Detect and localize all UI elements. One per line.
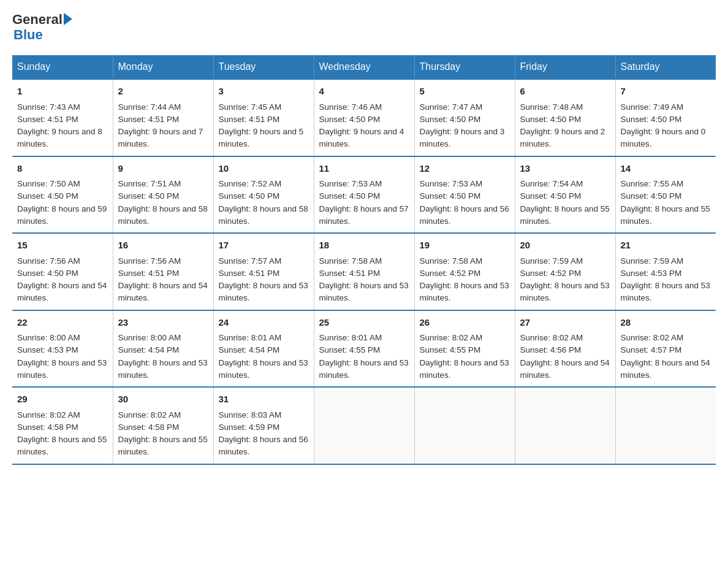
sunset-label: Sunset: 4:50 PM: [420, 191, 481, 201]
sunrise-label: Sunrise: 7:48 AM: [520, 102, 583, 112]
daylight-label: Daylight: 9 hours and 3 minutes.: [420, 127, 505, 148]
calendar-cell: 5 Sunrise: 7:47 AM Sunset: 4:50 PM Dayli…: [414, 79, 515, 156]
calendar-cell: [615, 387, 716, 464]
daylight-label: Daylight: 8 hours and 53 minutes.: [621, 281, 710, 302]
sunrise-label: Sunrise: 8:01 AM: [319, 333, 382, 342]
calendar-cell: 7 Sunrise: 7:49 AM Sunset: 4:50 PM Dayli…: [615, 79, 716, 156]
sunset-label: Sunset: 4:57 PM: [621, 345, 682, 354]
day-number: 5: [420, 85, 510, 99]
sunset-label: Sunset: 4:59 PM: [219, 423, 280, 432]
sunrise-label: Sunrise: 8:03 AM: [219, 410, 282, 419]
calendar-cell: [414, 387, 515, 464]
daylight-label: Daylight: 8 hours and 53 minutes.: [219, 358, 308, 380]
sunset-label: Sunset: 4:54 PM: [219, 345, 280, 354]
sunset-label: Sunset: 4:51 PM: [17, 115, 78, 124]
sunset-label: Sunset: 4:58 PM: [17, 423, 78, 432]
day-number: 29: [17, 393, 108, 407]
sunrise-label: Sunrise: 8:02 AM: [17, 410, 80, 419]
week-row-1: 1 Sunrise: 7:43 AM Sunset: 4:51 PM Dayli…: [12, 79, 716, 156]
calendar-cell: 2 Sunrise: 7:44 AM Sunset: 4:51 PM Dayli…: [113, 79, 213, 156]
sunset-label: Sunset: 4:50 PM: [319, 115, 381, 124]
sunrise-label: Sunrise: 7:43 AM: [17, 102, 80, 112]
daylight-label: Daylight: 8 hours and 53 minutes.: [420, 281, 509, 302]
sunrise-label: Sunrise: 8:02 AM: [520, 333, 583, 342]
day-number: 27: [520, 316, 610, 330]
weekday-row: SundayMondayTuesdayWednesdayThursdayFrid…: [12, 55, 716, 79]
calendar-cell: 21 Sunrise: 7:59 AM Sunset: 4:53 PM Dayl…: [615, 233, 716, 310]
sunrise-label: Sunrise: 7:52 AM: [219, 179, 282, 188]
sunrise-label: Sunrise: 7:59 AM: [621, 256, 684, 266]
calendar-cell: [515, 387, 615, 464]
weekday-monday: Monday: [113, 55, 213, 79]
week-row-5: 29 Sunrise: 8:02 AM Sunset: 4:58 PM Dayl…: [12, 387, 716, 464]
calendar-body: 1 Sunrise: 7:43 AM Sunset: 4:51 PM Dayli…: [12, 79, 716, 464]
weekday-saturday: Saturday: [615, 55, 716, 79]
calendar-cell: [314, 387, 414, 464]
day-number: 21: [621, 239, 711, 253]
day-number: 17: [219, 239, 309, 253]
daylight-label: Daylight: 8 hours and 54 minutes.: [520, 358, 610, 380]
daylight-label: Daylight: 8 hours and 55 minutes.: [621, 204, 710, 226]
daylight-label: Daylight: 8 hours and 53 minutes.: [420, 358, 509, 380]
sunset-label: Sunset: 4:51 PM: [319, 269, 381, 278]
day-number: 28: [621, 316, 711, 330]
daylight-label: Daylight: 9 hours and 0 minutes.: [621, 127, 706, 148]
day-number: 23: [118, 316, 208, 330]
logo-arrow-icon: [64, 13, 72, 25]
daylight-label: Daylight: 9 hours and 8 minutes.: [17, 127, 102, 148]
day-number: 25: [319, 316, 409, 330]
day-number: 1: [17, 85, 108, 99]
sunset-label: Sunset: 4:51 PM: [118, 115, 180, 124]
sunset-label: Sunset: 4:50 PM: [219, 191, 280, 201]
sunset-label: Sunset: 4:56 PM: [520, 345, 582, 354]
day-number: 13: [520, 162, 610, 176]
sunrise-label: Sunrise: 7:58 AM: [319, 256, 382, 266]
daylight-label: Daylight: 9 hours and 5 minutes.: [219, 127, 304, 148]
day-number: 15: [17, 239, 108, 253]
sunrise-label: Sunrise: 7:53 AM: [319, 179, 382, 188]
weekday-sunday: Sunday: [12, 55, 113, 79]
day-number: 31: [219, 393, 309, 407]
sunrise-label: Sunrise: 8:00 AM: [118, 333, 181, 342]
calendar-cell: 17 Sunrise: 7:57 AM Sunset: 4:51 PM Dayl…: [213, 233, 314, 310]
day-number: 4: [319, 85, 409, 99]
daylight-label: Daylight: 8 hours and 58 minutes.: [219, 204, 308, 226]
calendar-cell: 22 Sunrise: 8:00 AM Sunset: 4:53 PM Dayl…: [12, 310, 113, 388]
sunrise-label: Sunrise: 7:44 AM: [118, 102, 181, 112]
sunrise-label: Sunrise: 7:45 AM: [219, 102, 282, 112]
calendar-cell: 9 Sunrise: 7:51 AM Sunset: 4:50 PM Dayli…: [113, 156, 213, 234]
calendar-cell: 10 Sunrise: 7:52 AM Sunset: 4:50 PM Dayl…: [213, 156, 314, 234]
day-number: 14: [621, 162, 711, 176]
day-number: 7: [621, 85, 711, 99]
sunset-label: Sunset: 4:52 PM: [520, 269, 582, 278]
day-number: 20: [520, 239, 610, 253]
sunrise-label: Sunrise: 8:02 AM: [420, 333, 483, 342]
calendar-cell: 6 Sunrise: 7:48 AM Sunset: 4:50 PM Dayli…: [515, 79, 615, 156]
daylight-label: Daylight: 8 hours and 58 minutes.: [118, 204, 208, 226]
calendar-cell: 30 Sunrise: 8:02 AM Sunset: 4:58 PM Dayl…: [113, 387, 213, 464]
day-number: 11: [319, 162, 409, 176]
sunrise-label: Sunrise: 7:49 AM: [621, 102, 684, 112]
daylight-label: Daylight: 8 hours and 56 minutes.: [219, 435, 308, 456]
calendar-cell: 24 Sunrise: 8:01 AM Sunset: 4:54 PM Dayl…: [213, 310, 314, 388]
sunset-label: Sunset: 4:53 PM: [621, 269, 682, 278]
calendar-cell: 31 Sunrise: 8:03 AM Sunset: 4:59 PM Dayl…: [213, 387, 314, 464]
sunset-label: Sunset: 4:55 PM: [319, 345, 381, 354]
sunrise-label: Sunrise: 7:55 AM: [621, 179, 684, 188]
daylight-label: Daylight: 8 hours and 53 minutes.: [118, 358, 208, 380]
day-number: 19: [420, 239, 510, 253]
logo-blue-text: Blue: [13, 27, 72, 43]
calendar-cell: 23 Sunrise: 8:00 AM Sunset: 4:54 PM Dayl…: [113, 310, 213, 388]
sunset-label: Sunset: 4:51 PM: [219, 115, 280, 124]
calendar-cell: 25 Sunrise: 8:01 AM Sunset: 4:55 PM Dayl…: [314, 310, 414, 388]
daylight-label: Daylight: 8 hours and 57 minutes.: [319, 204, 409, 226]
sunrise-label: Sunrise: 8:01 AM: [219, 333, 282, 342]
day-number: 8: [17, 162, 108, 176]
day-number: 3: [219, 85, 309, 99]
day-number: 26: [420, 316, 510, 330]
daylight-label: Daylight: 8 hours and 53 minutes.: [319, 358, 409, 380]
calendar-cell: 15 Sunrise: 7:56 AM Sunset: 4:50 PM Dayl…: [12, 233, 113, 310]
day-number: 10: [219, 162, 309, 176]
daylight-label: Daylight: 8 hours and 53 minutes.: [219, 281, 308, 302]
day-number: 9: [118, 162, 208, 176]
